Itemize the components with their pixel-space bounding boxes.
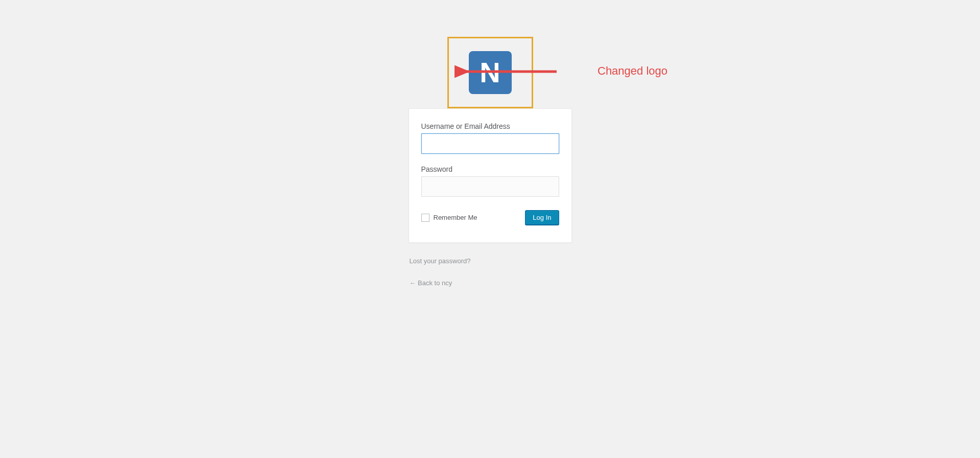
back-to-site-link[interactable]: ← Back to ncy	[410, 279, 571, 287]
form-bottom-row: Remember Me Log In	[421, 210, 559, 225]
password-input[interactable]	[421, 176, 559, 197]
login-form: Username or Email Address Password Remem…	[409, 108, 572, 243]
remember-me-wrap[interactable]: Remember Me	[421, 214, 477, 222]
arrow-icon	[455, 61, 567, 82]
remember-me-label: Remember Me	[434, 214, 477, 221]
login-container: N Username or Email Address Password Rem…	[409, 0, 572, 287]
lost-password-link[interactable]: Lost your password?	[410, 257, 571, 265]
remember-me-checkbox[interactable]	[421, 214, 429, 222]
username-input[interactable]	[421, 133, 559, 154]
login-button[interactable]: Log In	[525, 210, 559, 225]
annotation-text: Changed logo	[597, 64, 667, 78]
password-label: Password	[421, 165, 559, 173]
below-form-links: Lost your password? ← Back to ncy	[409, 257, 572, 287]
username-label: Username or Email Address	[421, 122, 559, 130]
